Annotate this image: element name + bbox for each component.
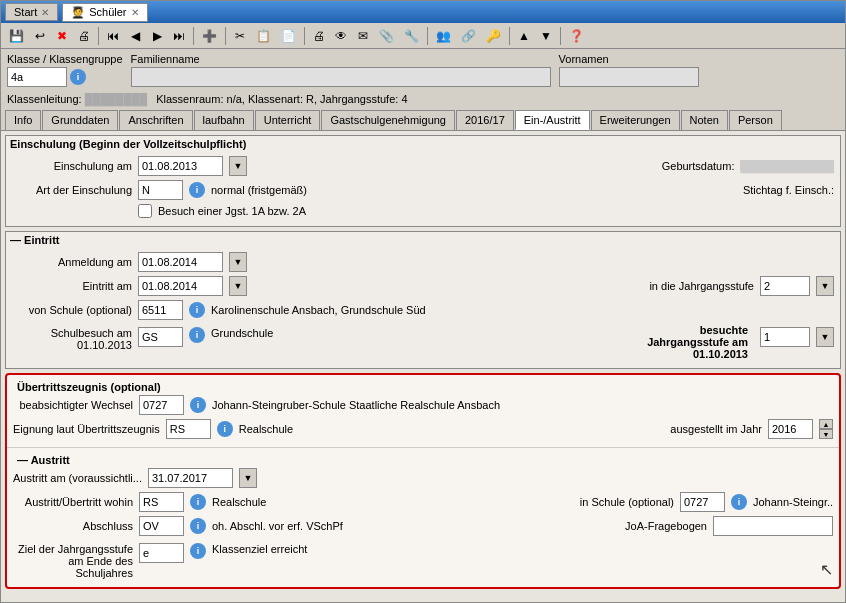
in-schule-code[interactable]	[680, 492, 725, 512]
print-button[interactable]: 🖨	[74, 26, 94, 46]
austritt-wohin-info-icon[interactable]: i	[190, 494, 206, 510]
in-schule-info-icon[interactable]: i	[731, 494, 747, 510]
besuchte-jahrg-dropdown[interactable]: ▼	[816, 327, 834, 347]
ziel-code[interactable]	[139, 543, 184, 563]
eintritt-am-row: Eintritt am ▼ in die Jahrgangsstufe ▼	[12, 276, 834, 296]
tab-anschriften[interactable]: Anschriften	[119, 110, 192, 130]
help-button[interactable]: ❓	[565, 26, 588, 46]
klassenleitung-text: Klassenleitung: ████████ Klassenraum: n/…	[7, 93, 408, 105]
header-fields: Klasse / Klassengruppe i Familienname Vo…	[1, 49, 845, 91]
tab-einaustritt[interactable]: Ein-/Austritt	[515, 110, 590, 130]
abschluss-label: Abschluss	[13, 520, 133, 532]
art-code-input[interactable]	[138, 180, 183, 200]
austritt-title: — Austritt	[13, 452, 833, 468]
sep7	[560, 27, 561, 45]
jahrgangsstufe-input[interactable]	[760, 276, 810, 296]
cut-button[interactable]: ✂	[230, 26, 250, 46]
besuchte-jahrg-input[interactable]	[760, 327, 810, 347]
ziel-info-icon[interactable]: i	[190, 543, 206, 559]
schulbesuch-label: Schulbesuch am01.10.2013	[12, 324, 132, 351]
austritt-wohin-code[interactable]	[139, 492, 184, 512]
jahrgangsstufe-dropdown[interactable]: ▼	[816, 276, 834, 296]
paste-button[interactable]: 📄	[277, 26, 300, 46]
austritt-wohin-row: Austritt/Übertritt wohin i Realschule in…	[13, 492, 833, 512]
joa-input[interactable]	[713, 516, 833, 536]
users-button[interactable]: 👥	[432, 26, 455, 46]
tab-grunddaten[interactable]: Grunddaten	[42, 110, 118, 130]
schulbesuch-desc: Grundschule	[211, 327, 273, 339]
austritt-am-input[interactable]	[148, 468, 233, 488]
eignung-info-icon[interactable]: i	[217, 421, 233, 437]
von-schule-code[interactable]	[138, 300, 183, 320]
print2-button[interactable]: 🖨	[309, 26, 329, 46]
eintritt-am-dropdown[interactable]: ▼	[229, 276, 247, 296]
tab-unterricht[interactable]: Unterricht	[255, 110, 321, 130]
key-button[interactable]: 🔑	[482, 26, 505, 46]
einschulung-am-input[interactable]	[138, 156, 223, 176]
schulbesuch-info-icon[interactable]: i	[189, 327, 205, 343]
nav-prev-button[interactable]: ◀	[125, 26, 145, 46]
eintritt-content: Anmeldung am ▼ Eintritt am ▼ in die Jahr…	[6, 248, 840, 368]
abschluss-desc: oh. Abschl. vor erf. VSchPf	[212, 520, 343, 532]
beabsichtigter-info-icon[interactable]: i	[190, 397, 206, 413]
klassenleitung-name: ████████	[85, 93, 147, 105]
nav-next-button[interactable]: ▶	[147, 26, 167, 46]
art-info-icon[interactable]: i	[189, 182, 205, 198]
delete-button[interactable]: ✖	[52, 26, 72, 46]
tab-schueler-close[interactable]: ✕	[131, 7, 139, 18]
down-button[interactable]: ▼	[536, 26, 556, 46]
von-schule-info-icon[interactable]: i	[189, 302, 205, 318]
beabsichtigter-code[interactable]	[139, 395, 184, 415]
copy-button[interactable]: 📋	[252, 26, 275, 46]
einschulung-am-label: Einschulung am	[12, 160, 132, 172]
besuch-label: Besuch einer Jgst. 1A bzw. 2A	[158, 205, 306, 217]
abschluss-info-icon[interactable]: i	[190, 518, 206, 534]
tab-laufbahn[interactable]: laufbahn	[194, 110, 254, 130]
ausgestellt-input[interactable]	[768, 419, 813, 439]
link-button[interactable]: 🔗	[457, 26, 480, 46]
nav-last-button[interactable]: ⏭	[169, 26, 189, 46]
eintritt-am-input[interactable]	[138, 276, 223, 296]
klassenleitung-row: Klassenleitung: ████████ Klassenraum: n/…	[1, 91, 845, 107]
einschulung-am-dropdown[interactable]: ▼	[229, 156, 247, 176]
familienname-input[interactable]	[131, 67, 551, 87]
settings-button[interactable]: 🔧	[400, 26, 423, 46]
einschulung-title: Einschulung (Beginn der Vollzeitschulpfl…	[6, 136, 840, 152]
up-button[interactable]: ▲	[514, 26, 534, 46]
eignung-code[interactable]	[166, 419, 211, 439]
tab-info[interactable]: Info	[5, 110, 41, 130]
undo-button[interactable]: ↩	[30, 26, 50, 46]
tab-noten[interactable]: Noten	[681, 110, 728, 130]
besuch-checkbox[interactable]	[138, 204, 152, 218]
add-button[interactable]: ➕	[198, 26, 221, 46]
email-button[interactable]: ✉	[353, 26, 373, 46]
klasse-info-icon[interactable]: i	[70, 69, 86, 85]
austritt-am-dropdown[interactable]: ▼	[239, 468, 257, 488]
schulbesuch-code[interactable]	[138, 327, 183, 347]
ausgestellt-spinner-down[interactable]: ▼	[819, 429, 833, 439]
tab-start-label: Start	[14, 6, 37, 18]
sep2	[193, 27, 194, 45]
attach-button[interactable]: 📎	[375, 26, 398, 46]
save-button[interactable]: 💾	[5, 26, 28, 46]
klasse-input[interactable]	[7, 67, 67, 87]
tab-person[interactable]: Person	[729, 110, 782, 130]
ausgestellt-spinner-up[interactable]: ▲	[819, 419, 833, 429]
nav-first-button[interactable]: ⏮	[103, 26, 123, 46]
tab-schueler[interactable]: 🧑‍🎓 Schüler ✕	[62, 3, 147, 22]
von-schule-label: von Schule (optional)	[12, 304, 132, 316]
tab-2016-17[interactable]: 2016/17	[456, 110, 514, 130]
sep5	[427, 27, 428, 45]
tab-start[interactable]: Start ✕	[5, 3, 58, 21]
austritt-am-row: Austritt am (voraussichtli... ▼	[13, 468, 833, 488]
anmeldung-dropdown[interactable]: ▼	[229, 252, 247, 272]
tab-erweiterungen[interactable]: Erweiterungen	[591, 110, 680, 130]
preview-button[interactable]: 👁	[331, 26, 351, 46]
abschluss-code[interactable]	[139, 516, 184, 536]
jahrgangsstufe-label: in die Jahrgangsstufe	[649, 280, 754, 292]
anmeldung-input[interactable]	[138, 252, 223, 272]
anmeldung-row: Anmeldung am ▼	[12, 252, 834, 272]
tab-start-close[interactable]: ✕	[41, 7, 49, 18]
vornamen-input[interactable]	[559, 67, 699, 87]
tab-gastschul[interactable]: Gastschulgenehmigung	[321, 110, 455, 130]
